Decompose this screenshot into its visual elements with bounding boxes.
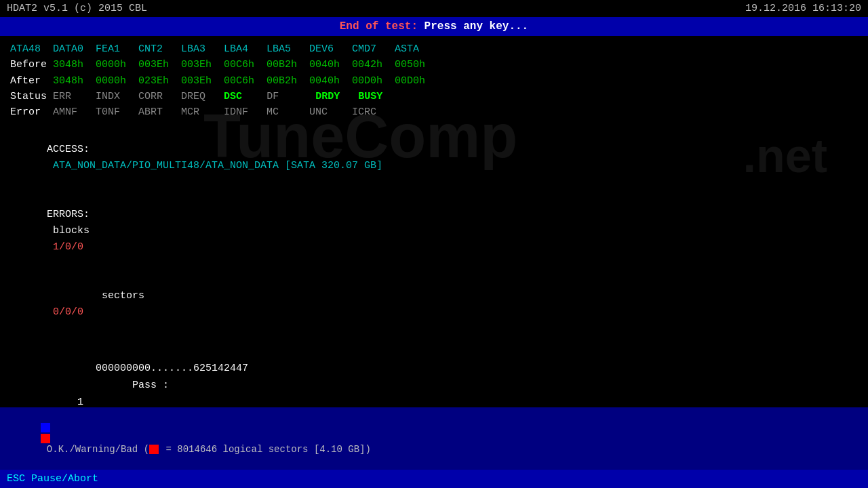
- status-df: DF: [242, 89, 279, 104]
- error-label: Error: [10, 104, 47, 120]
- sectors-label: sectors: [47, 290, 144, 302]
- bottom-legend: O.K./Warning/Bad ( = 8014646 logical sec…: [0, 407, 868, 470]
- register-section: ATA48 DATA0 FEA1 CNT2 LBA3 LBA4 LBA5 DEV…: [0, 36, 868, 123]
- app-title: HDAT2 v5.1 (c) 2015 CBL: [7, 3, 147, 14]
- esc-bar[interactable]: ESC Pause/Abort: [0, 470, 868, 488]
- press-label: Press any key...: [425, 20, 529, 33]
- reg-error-row: Error AMNF T0NF ABRT MCR IDNF MC UNC ICR…: [10, 104, 858, 120]
- access-row: ACCESS: ATA_NON_DATA/PIO_MULTI48/ATA_NON…: [10, 125, 858, 190]
- esc-label: ESC Pause/Abort: [7, 473, 98, 485]
- error-values: AMNF T0NF ABRT MCR IDNF MC UNC ICRC: [47, 104, 376, 120]
- reg-status-row: Status ERR INDX CORR DREQ DSC DF DRDY BU…: [10, 89, 858, 104]
- blocks-value: 1/0/0: [47, 241, 83, 253]
- scan-range: 000000000.......625142447: [71, 363, 248, 374]
- reg-header: ATA48 DATA0 FEA1 CNT2 LBA3 LBA4 LBA5 DEV…: [10, 41, 419, 57]
- after-values: 3048h 0000h 023Eh 003Eh 00C6h 00B2h 0040…: [47, 73, 425, 89]
- datetime: 19.12.2016 16:13:20: [745, 3, 861, 14]
- before-values: 3048h 0000h 003Eh 003Eh 00C6h 00B2h 0040…: [47, 57, 425, 73]
- legend-text: O.K./Warning/Bad ( = 8014646 logical sec…: [41, 444, 371, 455]
- status-normal-values: ERR INDX CORR DREQ: [47, 89, 205, 104]
- errors-row: ERRORS: blocks 1/0/0: [10, 190, 858, 272]
- reg-header-row: ATA48 DATA0 FEA1 CNT2 LBA3 LBA4 LBA5 DEV…: [10, 41, 858, 57]
- reg-before-row: Before 3048h 0000h 003Eh 003Eh 00C6h 00B…: [10, 57, 858, 73]
- sectors-row: sectors 0/0/0: [10, 272, 858, 337]
- bottom-section: O.K./Warning/Bad ( = 8014646 logical sec…: [0, 407, 868, 488]
- legend-blue-square: [41, 423, 50, 432]
- legend-red-square: [41, 434, 50, 443]
- status-label: Status: [10, 89, 47, 104]
- status-drdy: DRDY: [279, 89, 340, 104]
- sectors-value: 0/0/0: [47, 306, 83, 318]
- status-bar: End of test: Press any key...: [0, 17, 868, 36]
- info-section: ACCESS: ATA_NON_DATA/PIO_MULTI48/ATA_NON…: [0, 123, 868, 340]
- top-bar: HDAT2 v5.1 (c) 2015 CBL 19.12.2016 16:13…: [0, 0, 868, 17]
- access-label: ACCESS:: [47, 144, 90, 155]
- end-label: End of test:: [340, 20, 418, 33]
- access-value: ATA_NON_DATA/PIO_MULTI48/ATA_NON_DATA [S…: [47, 160, 382, 171]
- before-label: Before: [10, 57, 47, 73]
- reg-after-row: After 3048h 0000h 023Eh 003Eh 00C6h 00B2…: [10, 73, 858, 89]
- pass-value: 1: [71, 396, 83, 408]
- after-label: After: [10, 73, 47, 89]
- status-busy: BUSY: [340, 89, 382, 104]
- errors-label: ERRORS:: [47, 209, 90, 220]
- blocks-label: blocks: [47, 225, 90, 237]
- status-dsc: DSC: [205, 89, 242, 104]
- pass-label: Pass :: [71, 380, 169, 391]
